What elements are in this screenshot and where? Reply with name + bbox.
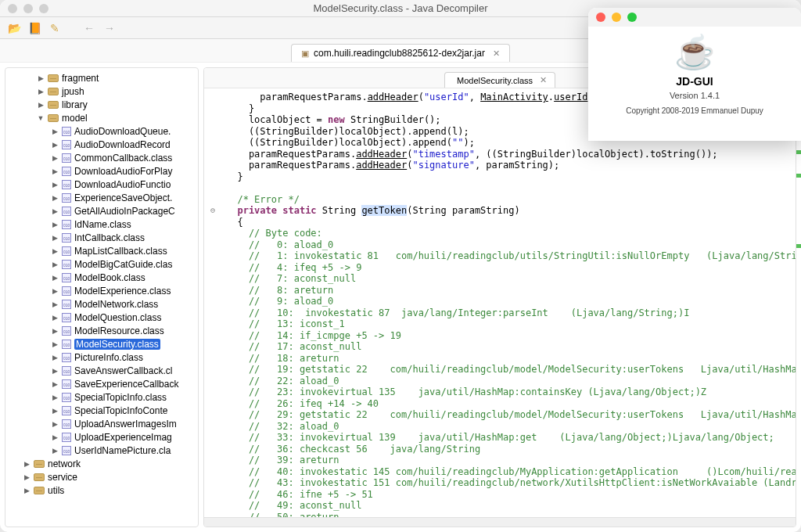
class-icon (62, 273, 71, 282)
class-icon (62, 326, 71, 336)
jar-tab[interactable]: ▣ com.huili.readingclub8825612-dex2jar.j… (291, 44, 510, 62)
tree-item-class[interactable]: ▶ModelSecurity.class (5, 337, 198, 350)
tree-item-jpush[interactable]: ▶jpush (5, 84, 198, 98)
about-window: ☕ JD-GUI Version 1.4.1 Copyright 2008-20… (588, 8, 801, 141)
horizontal-scrollbar[interactable] (204, 517, 796, 527)
tree-item-class[interactable]: ▶SpecialTopicInfo.class (5, 390, 198, 404)
tree-item-fragment[interactable]: ▶fragment (5, 71, 198, 84)
traffic-lights-main (8, 4, 48, 13)
tree-item-service[interactable]: ▶service (5, 470, 198, 483)
jar-icon: ▣ (301, 49, 309, 59)
class-icon (62, 300, 71, 309)
editor-tab[interactable]: ModelSecurity.class ✕ (444, 72, 555, 88)
tree-item-class[interactable]: ▶ModelResource.class (5, 324, 198, 337)
tree-item-network[interactable]: ▶network (5, 457, 198, 470)
class-icon (62, 286, 71, 296)
forward-icon[interactable]: → (102, 20, 117, 36)
about-titlebar (588, 8, 801, 27)
tree-item-class[interactable]: ▶UserIdNamePicture.cla (5, 444, 198, 457)
class-icon (62, 167, 71, 176)
tree-item-class[interactable]: ▶AudioDownloadQueue. (5, 124, 198, 138)
class-icon (62, 393, 71, 402)
marker[interactable] (796, 150, 801, 154)
class-icon (62, 233, 71, 243)
class-icon (62, 127, 71, 136)
class-icon (62, 340, 71, 349)
class-icon (62, 153, 71, 163)
class-icon (62, 379, 71, 389)
tree-item-class[interactable]: ▶GetAllAudioInPackageC (5, 204, 198, 217)
about-version: Version 1.4.1 (670, 91, 720, 100)
tree-item-class[interactable]: ▶SaveAnswerCallback.cl (5, 364, 198, 377)
tree-item-class[interactable]: ▶ModelBigCatGuide.clas (5, 257, 198, 271)
about-app-name: JD-GUI (676, 75, 713, 88)
fold-icon[interactable]: ⊖ (207, 205, 218, 217)
minimize-button[interactable] (23, 4, 33, 13)
package-icon (48, 114, 59, 122)
tree-item-class[interactable]: ▶ExperienceSaveObject. (5, 191, 198, 204)
about-body: ☕ JD-GUI Version 1.4.1 Copyright 2008-20… (588, 27, 801, 121)
class-icon (62, 446, 71, 455)
tree-item-class[interactable]: ▶IntCallback.class (5, 231, 198, 244)
package-icon (48, 101, 59, 109)
tree-item-class[interactable]: ▶MapListCallback.class (5, 244, 198, 257)
tree-item-class[interactable]: ▶DownloadAudioFunctio (5, 178, 198, 191)
class-icon (62, 220, 71, 229)
class-icon (62, 406, 71, 415)
class-icon (62, 419, 71, 429)
tree-item-class[interactable]: ▶CommonCallback.class (5, 151, 198, 164)
marker[interactable] (796, 174, 801, 178)
class-icon (62, 353, 71, 362)
tree-item-class[interactable]: ▶PictureInfo.class (5, 350, 198, 364)
tree-item-class[interactable]: ▶ModelQuestion.class (5, 311, 198, 324)
tree-item-class[interactable]: ▶DownloadAudioForPlay (5, 164, 198, 178)
close-editor-tab-icon[interactable]: ✕ (540, 75, 547, 85)
tree-item-model[interactable]: ▼model (5, 111, 198, 124)
package-icon (34, 487, 45, 494)
tree-item-class[interactable]: ▶UploadExperienceImag (5, 430, 198, 444)
package-tree[interactable]: ▶fragment ▶jpush ▶library ▼model ▶AudioD… (5, 67, 199, 527)
back-icon[interactable]: ← (81, 20, 97, 36)
tree-item-library[interactable]: ▶library (5, 98, 198, 111)
tree-item-class[interactable]: ▶UploadAnswerImagesIm (5, 417, 198, 430)
save-all-icon[interactable]: 📙 (27, 20, 42, 36)
class-icon (62, 313, 71, 322)
editor-tab-label: ModelSecurity.class (457, 76, 533, 85)
about-close-button[interactable] (596, 13, 605, 22)
about-zoom-button[interactable] (627, 13, 637, 22)
code-editor[interactable]: paramRequestParams.addHeader("userId", M… (204, 88, 796, 517)
package-icon (48, 88, 59, 95)
class-icon (62, 246, 71, 256)
class-icon (62, 140, 71, 149)
wand-icon[interactable]: ✎ (47, 20, 63, 36)
class-icon (62, 433, 71, 442)
tree-item-class[interactable]: ▶AudioDownloadRecord (5, 138, 198, 151)
class-icon (62, 260, 71, 269)
jar-tab-label: com.huili.readingclub8825612-dex2jar.jar (314, 48, 485, 59)
package-icon (48, 74, 59, 82)
tree-item-class[interactable]: ▶IdName.class (5, 217, 198, 231)
tree-item-utils[interactable]: ▶utils (5, 483, 198, 497)
package-icon (34, 473, 45, 481)
close-button[interactable] (8, 4, 17, 13)
class-icon (62, 366, 71, 376)
about-minimize-button[interactable] (612, 13, 621, 22)
tree-item-class[interactable]: ▶SaveExperienceCallback (5, 377, 198, 390)
package-icon (34, 460, 45, 468)
close-tab-icon[interactable]: ✕ (493, 49, 500, 59)
tree-item-class[interactable]: ▶ModelExperience.class (5, 284, 198, 297)
tree-item-class[interactable]: ▶ModelNetwork.class (5, 297, 198, 311)
java-coffee-icon: ☕ (674, 33, 715, 72)
zoom-button[interactable] (39, 4, 48, 13)
about-copyright: Copyright 2008-2019 Emmanuel Dupuy (626, 106, 763, 115)
class-icon (62, 207, 71, 216)
class-icon (62, 180, 71, 189)
open-file-icon[interactable]: 📂 (6, 20, 22, 36)
tree-item-class[interactable]: ▶ModelBook.class (5, 271, 198, 284)
class-icon (62, 193, 71, 203)
tree-item-class[interactable]: ▶SpecialTopicInfoConte (5, 404, 198, 417)
marker[interactable] (796, 244, 801, 248)
